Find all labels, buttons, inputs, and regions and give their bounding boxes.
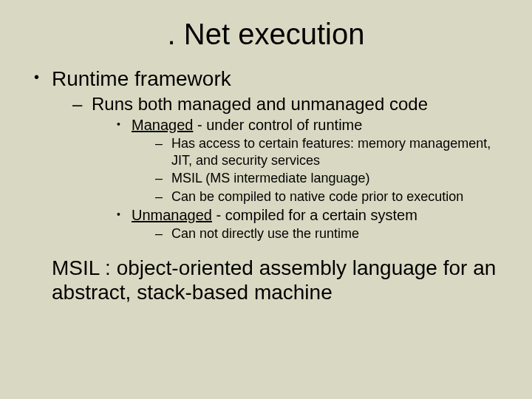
text: Runtime framework [52, 67, 231, 90]
text: MSIL (MS intermediate language) [171, 171, 369, 185]
list-level-2: Runs both managed and unmanaged code Man… [69, 94, 502, 242]
text: Runs both managed and unmanaged code [92, 94, 428, 114]
term-unmanaged: Unmanaged [132, 207, 212, 223]
list-item: MSIL (MS intermediate language) [152, 170, 502, 187]
list-item: Managed - under control of runtime Has a… [112, 117, 502, 205]
list-item: Can be compiled to native code prior to … [152, 188, 502, 205]
list-item: Has access to certain features: memory m… [152, 135, 502, 168]
list-item: Unmanaged - compiled for a certain syste… [112, 207, 502, 242]
list-item: Runtime framework Runs both managed and … [30, 67, 502, 242]
text: Can not directly use the runtime [171, 226, 359, 241]
page-title: . Net execution [30, 18, 502, 51]
text: Can be compiled to native code prior to … [171, 189, 463, 204]
text: Has access to certain features: memory m… [171, 136, 491, 168]
footer-paragraph: MSIL : object-oriented assembly language… [30, 256, 502, 305]
list-item: Runs both managed and unmanaged code Man… [69, 94, 502, 242]
slide: . Net execution Runtime framework Runs b… [0, 0, 532, 399]
list-level-4: Has access to certain features: memory m… [152, 135, 502, 205]
text: - compiled for a certain system [212, 207, 417, 223]
term-managed: Managed [132, 117, 193, 133]
list-level-3: Managed - under control of runtime Has a… [112, 117, 502, 242]
list-level-4: Can not directly use the runtime [152, 225, 502, 242]
list-level-1: Runtime framework Runs both managed and … [30, 67, 502, 242]
list-item: Can not directly use the runtime [152, 225, 502, 242]
text: - under control of runtime [193, 117, 362, 133]
